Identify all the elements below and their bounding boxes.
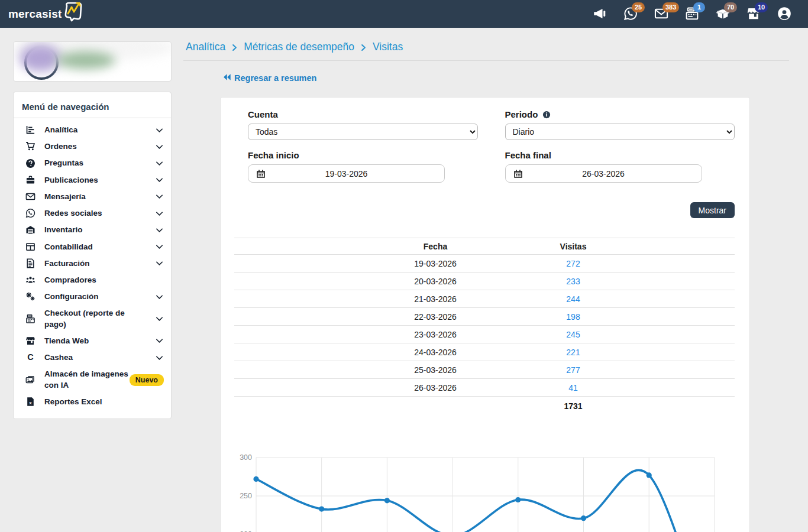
breadcrumb-item[interactable]: Métricas de desempeño <box>244 41 354 53</box>
sidebar-item-cashea[interactable]: CCashea <box>14 349 171 366</box>
chevron-down-icon <box>155 242 164 251</box>
table-row: 22-03-2026198 <box>234 308 735 326</box>
sidebar-item-publicaciones[interactable]: Publicaciones <box>14 172 171 189</box>
sidebar-item-reportes-excel[interactable]: xReportes Excel <box>14 394 171 410</box>
table-row: 19-03-2026272 <box>234 255 735 273</box>
table-row: 24-03-2026221 <box>234 343 735 361</box>
sidebar-item-contabilidad[interactable]: Contabilidad <box>14 239 171 255</box>
envelope-icon[interactable]: 383 <box>654 7 670 22</box>
fecha-cell: 19-03-2026 <box>347 259 524 268</box>
chevron-down-icon <box>155 192 164 201</box>
sidebar-item-compradores[interactable]: Compradores <box>14 272 171 288</box>
periodo-select[interactable]: Diario <box>505 124 735 140</box>
sidebar-item-label: Mensajería <box>44 192 86 202</box>
fecha-inicio-input[interactable]: 19-03-2026 <box>248 164 445 183</box>
svg-text:250: 250 <box>240 492 252 500</box>
fecha-final-input[interactable]: 26-03-2026 <box>505 164 702 183</box>
visitas-link[interactable]: 244 <box>524 294 622 304</box>
svg-text:x: x <box>29 400 32 406</box>
calendar-icon <box>513 169 523 179</box>
fecha-cell: 23-03-2026 <box>347 330 524 339</box>
letter-c-icon: C <box>25 352 36 363</box>
info-icon[interactable] <box>542 111 551 119</box>
sidebar-item-label: Analítica <box>44 125 77 135</box>
chevron-down-icon <box>155 314 164 323</box>
box-open-icon[interactable]: 70 <box>716 7 731 22</box>
data-point[interactable] <box>581 515 586 521</box>
sidebar-item-preguntas[interactable]: Preguntas <box>14 155 171 171</box>
sidebar-item-redes-sociales[interactable]: Redes sociales <box>14 205 171 222</box>
sidebar-item-label: Preguntas <box>44 158 83 168</box>
periodo-label: Periodo <box>505 109 538 119</box>
report-card: Cuenta Todas Fecha inicio 19-03-2026 Per… <box>220 97 750 532</box>
fecha-inicio-value: 19-03-2026 <box>325 169 368 179</box>
chart-bar-icon <box>25 125 36 135</box>
question-circle-icon <box>25 158 36 169</box>
mostrar-button[interactable]: Mostrar <box>690 202 735 218</box>
sidebar-item-label: Contabilidad <box>44 242 93 252</box>
cart-icon <box>25 141 36 152</box>
blurred-username <box>56 51 115 69</box>
calendar-icon <box>256 169 266 179</box>
breadcrumb-item[interactable]: Visitas <box>373 41 403 53</box>
sidebar-item-almac-n-de-imagenes-con-ia[interactable]: Almacén de imagenes con IANuevo <box>14 366 171 393</box>
cuenta-label: Cuenta <box>248 109 478 119</box>
fecha-cell: 25-03-2026 <box>347 365 524 375</box>
megaphone-icon[interactable] <box>593 7 608 22</box>
table-row: 26-03-202641 <box>234 379 735 397</box>
data-point[interactable] <box>384 498 390 503</box>
double-left-arrow-icon <box>222 73 231 83</box>
fecha-cell: 26-03-2026 <box>347 383 524 392</box>
sidebar-item-label: Cashea <box>44 352 73 363</box>
visitas-link[interactable]: 41 <box>524 383 622 392</box>
sidebar-item-mensajer-a[interactable]: Mensajería <box>14 189 171 205</box>
store-icon[interactable]: 10 <box>746 7 762 22</box>
sidebar-item-tienda-web[interactable]: Tienda Web <box>14 333 171 349</box>
visitas-link[interactable]: 272 <box>524 259 622 268</box>
sidebar-item-label: Almacén de imagenes con IA <box>44 369 130 390</box>
sidebar-item-label: Tienda Web <box>44 336 89 346</box>
data-point[interactable] <box>319 507 324 512</box>
sidebar-item-label: Reportes Excel <box>44 397 102 407</box>
whatsapp-icon <box>25 208 36 219</box>
data-point[interactable] <box>515 497 521 502</box>
sidebar-item-inventario[interactable]: Inventario <box>14 222 171 238</box>
sidebar-item-checkout-reporte-de-pago[interactable]: Checkout (reporte de pago) <box>14 305 171 332</box>
cash-register-icon[interactable]: 1 <box>685 7 700 22</box>
user-circle-icon[interactable] <box>777 7 793 22</box>
file-excel-icon: x <box>25 397 36 407</box>
visitas-link[interactable]: 245 <box>524 330 622 339</box>
breadcrumb-item[interactable]: Analítica <box>186 41 225 53</box>
warehouse-icon <box>25 225 36 235</box>
table-total-row: 1731 <box>234 397 735 416</box>
visitas-link[interactable]: 221 <box>524 348 622 357</box>
main-content: AnalíticaMétricas de desempeñoVisitas Re… <box>183 28 789 532</box>
back-to-summary-link[interactable]: Regresar a resumen <box>222 73 316 83</box>
whatsapp-icon[interactable]: 25 <box>623 7 639 22</box>
data-point[interactable] <box>647 472 652 478</box>
visitas-link[interactable]: 198 <box>524 312 622 322</box>
visitas-link[interactable]: 233 <box>524 277 622 286</box>
logo[interactable]: mercasist <box>8 4 83 25</box>
data-point[interactable] <box>253 476 258 482</box>
fecha-final-label: Fecha final <box>505 150 735 160</box>
logo-bubble-icon <box>63 1 83 25</box>
visits-table: Fecha Visitas 19-03-202627220-03-2026233… <box>234 238 735 416</box>
chevron-down-icon <box>155 159 164 168</box>
sidebar-item-configuraci-n[interactable]: Configuración <box>14 288 171 305</box>
breadcrumb: AnalíticaMétricas de desempeñoVisitas <box>183 28 789 60</box>
sidebar-item-ordenes[interactable]: Ordenes <box>14 138 171 155</box>
cuenta-select[interactable]: Todas <box>248 124 478 140</box>
fecha-cell: 21-03-2026 <box>347 294 524 304</box>
sidebar-item-label: Facturación <box>44 258 90 269</box>
cash-register-icon <box>25 314 36 325</box>
fecha-cell: 22-03-2026 <box>347 312 524 322</box>
sidebar-item-label: Redes sociales <box>44 208 102 219</box>
visitas-link[interactable]: 277 <box>524 365 622 375</box>
table-row: 23-03-2026245 <box>234 326 735 343</box>
sidebar-item-facturaci-n[interactable]: Facturación <box>14 255 171 272</box>
visitas-column-header: Visitas <box>524 242 622 251</box>
users-icon <box>25 275 36 286</box>
fecha-inicio-label: Fecha inicio <box>248 150 478 160</box>
sidebar-item-anal-tica[interactable]: Analítica <box>14 122 171 138</box>
